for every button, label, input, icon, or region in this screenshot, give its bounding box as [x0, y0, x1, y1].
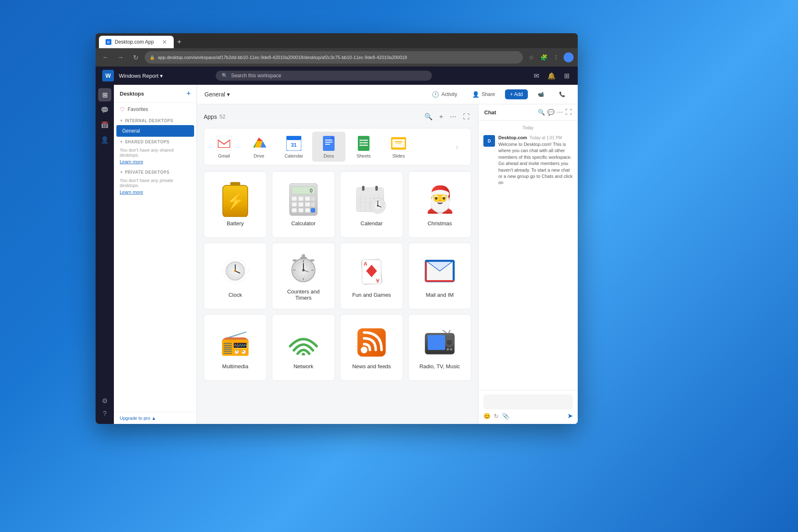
tab-close-btn[interactable]: ✕ — [162, 39, 167, 45]
extensions-btn[interactable]: 🧩 — [539, 52, 549, 62]
sidebar-settings-btn[interactable]: ⚙ — [98, 394, 111, 407]
apps-add-btn[interactable]: + — [438, 111, 445, 122]
favorites-section[interactable]: ♡ Favorites — [114, 103, 197, 116]
workspace-dropdown-icon[interactable]: ▾ — [160, 73, 163, 79]
calculator-app-name: Calculator — [291, 220, 316, 227]
svg-rect-38 — [305, 208, 310, 212]
chat-message-header: Desktop.com Today at 1:01 PM — [498, 135, 573, 140]
google-app-slides[interactable]: Slides — [382, 132, 415, 162]
header-actions: 🕐 Activity 👤 Share + Add 📹 📞 — [427, 89, 570, 100]
sidebar-help-btn[interactable]: ? — [98, 407, 111, 421]
back-btn[interactable]: ← — [100, 52, 111, 63]
panels-btn[interactable]: ⊞ — [562, 70, 571, 81]
app-card-battery[interactable]: ⚡ Battery — [204, 171, 267, 238]
private-note: You don't have any private desktops. — [114, 176, 197, 190]
christmas-icon-area: 🎅 — [423, 183, 456, 216]
app-card-clock[interactable]: Clock — [204, 243, 267, 309]
sheets-icon — [355, 135, 372, 152]
apps-count: 52 — [219, 113, 225, 120]
apps-more-btn[interactable]: ⋯ — [448, 111, 458, 122]
emoji-btn[interactable]: 😊 — [483, 413, 490, 419]
share-btn[interactable]: 👤 Share — [467, 89, 500, 100]
shared-learn-more[interactable]: Learn more — [114, 159, 197, 167]
private-learn-more[interactable]: Learn more — [114, 190, 197, 198]
google-app-docs[interactable]: Docs — [312, 132, 345, 162]
svg-rect-35 — [311, 202, 315, 207]
general-nav-item[interactable]: General — [116, 125, 194, 137]
dropdown-icon[interactable]: ▾ — [227, 91, 230, 98]
address-bar[interactable]: 🔒 app.desktop.com/workspace/af17b2dd-bb1… — [145, 51, 523, 64]
svg-rect-33 — [298, 202, 303, 207]
chat-more-btn[interactable]: ⋯ — [557, 109, 563, 116]
chat-threads-btn[interactable]: 💬 — [547, 109, 554, 116]
app-card-counters[interactable]: Counters and Timers — [272, 243, 335, 309]
app-card-fun[interactable]: A A Fun and Games — [340, 243, 403, 309]
gmail-label: Gmail — [218, 153, 230, 158]
chrome-toolbar: ← → ↻ 🔒 app.desktop.com/workspace/af17b2… — [96, 48, 578, 66]
app-card-calendar[interactable]: Calendar — [340, 171, 403, 238]
fun-app-name: Fun and Games — [352, 292, 391, 298]
app-card-multimedia[interactable]: 📻 Multimedia — [204, 314, 267, 381]
app-card-news[interactable]: News and feeds — [340, 314, 403, 381]
apps-search-btn[interactable]: 🔍 — [423, 111, 434, 122]
sidebar-chat-btn[interactable]: 💬 — [98, 103, 111, 116]
svg-point-69 — [234, 270, 236, 272]
notification-btn[interactable]: 🔔 — [546, 70, 557, 81]
sidebar-calendar-btn[interactable]: 📅 — [98, 118, 111, 131]
app-card-mail[interactable]: Mail and IM — [408, 243, 471, 309]
google-app-drive[interactable]: Drive — [242, 132, 276, 162]
shared-desktops-label: SHARED DESKTOPS — [125, 140, 169, 144]
counters-app-name: Counters and Timers — [279, 288, 328, 301]
chat-message-content: Desktop.com Today at 1:01 PM Welcome to … — [498, 135, 573, 186]
attach-btn[interactable]: 📎 — [502, 413, 509, 419]
sidebar-people-btn[interactable]: 👤 — [98, 133, 111, 146]
drive-label: Drive — [254, 153, 264, 158]
search-bar[interactable]: 🔍 Search this workspace — [216, 71, 432, 81]
svg-point-98 — [447, 340, 452, 345]
bookmark-btn[interactable]: ☆ — [526, 52, 536, 62]
google-app-sheets[interactable]: Sheets — [347, 132, 380, 162]
shared-note: You don't have any shared desktops. — [114, 146, 197, 159]
private-toggle-icon[interactable]: ▼ — [120, 170, 123, 174]
app-card-calculator[interactable]: 0 — [272, 171, 335, 238]
chat-expand-btn[interactable]: ⛶ — [565, 108, 572, 116]
apps-expand-btn[interactable]: ⛶ — [461, 111, 471, 122]
gmail-icon — [216, 135, 232, 152]
svg-rect-102 — [447, 348, 449, 350]
upgrade-bar[interactable]: Upgrade to pro ▲ — [114, 412, 197, 424]
app-card-radio[interactable]: Radio, TV, Music — [408, 314, 471, 381]
new-tab-btn[interactable]: + — [174, 36, 185, 48]
activity-btn[interactable]: 🕐 Activity — [427, 89, 462, 100]
profile-avatar[interactable] — [564, 52, 574, 62]
mail-nav-btn[interactable]: ✉ — [532, 70, 541, 81]
google-app-gmail[interactable]: Gmail — [207, 132, 241, 162]
private-desktops-label: PRIVATE DESKTOPS — [125, 170, 169, 175]
send-btn[interactable]: ➤ — [567, 412, 573, 420]
svg-rect-11 — [325, 142, 332, 143]
app-card-network[interactable]: Network — [272, 314, 335, 381]
docs-icon — [320, 135, 337, 152]
refresh-btn[interactable]: ↻ — [130, 52, 141, 63]
active-tab[interactable]: D Desktop.com App ✕ — [99, 36, 174, 48]
panel-add-btn[interactable]: + — [186, 90, 191, 97]
google-app-calendar[interactable]: 31 Calendar — [277, 132, 310, 162]
sidebar-desktops-btn[interactable]: ⊞ — [98, 88, 111, 101]
chat-panel: Chat 🔍 💬 ⋯ ⛶ Today D — [478, 104, 578, 424]
calendar-google-label: Calendar — [285, 153, 303, 158]
more-btn[interactable]: ⋮ — [551, 52, 561, 62]
svg-text:A: A — [376, 278, 379, 283]
chat-search-btn[interactable]: 🔍 — [538, 109, 545, 116]
refresh-btn[interactable]: ↻ — [494, 413, 499, 419]
add-btn[interactable]: + Add — [505, 89, 528, 99]
call-btn[interactable]: 📞 — [554, 89, 570, 99]
svg-rect-73 — [293, 259, 297, 261]
chat-input-box[interactable] — [483, 394, 573, 409]
battery-app-name: Battery — [227, 220, 244, 227]
app-card-christmas[interactable]: 🎅 Christmas — [408, 171, 471, 238]
shared-toggle-icon[interactable]: ▼ — [120, 140, 123, 144]
video-btn[interactable]: 📹 — [533, 89, 549, 99]
chrome-actions: ☆ 🧩 ⋮ — [526, 52, 574, 62]
svg-rect-15 — [360, 142, 368, 143]
internal-toggle-icon[interactable]: ▼ — [120, 119, 123, 123]
forward-btn[interactable]: → — [115, 52, 126, 63]
